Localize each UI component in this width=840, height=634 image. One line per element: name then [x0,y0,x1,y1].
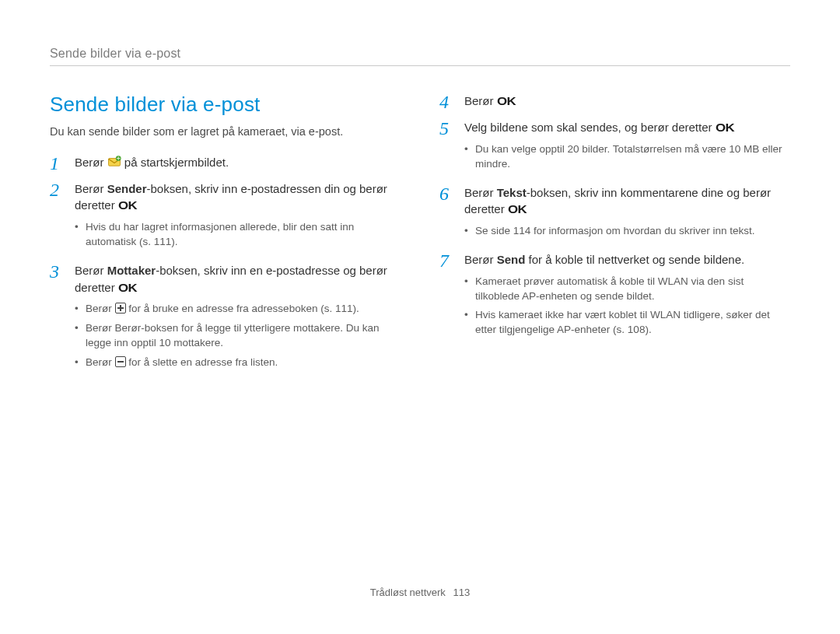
two-column-body: Sende bilder via e-post Du kan sende bil… [50,93,790,383]
text-fragment: Berør [75,182,107,195]
step-number: 2 [50,180,67,254]
footer-section-label: Trådløst nettverk [370,587,446,598]
step-text: Berør Tekst-boksen, skriv inn kommentare… [464,184,790,219]
step-text: Berør Mottaker-boksen, skriv inn en e-po… [75,262,401,296]
list-item: Kameraet prøver automatisk å koble til W… [464,275,790,304]
text-fragment: Berør [75,156,107,169]
ok-icon: OK [118,198,137,214]
minus-boxed-icon [115,356,126,367]
list-item: Hvis kameraet ikke har vært koblet til W… [464,308,790,338]
text-fragment: Berør [86,356,115,368]
step-text: Berør Sender-boksen, skriv inn e-postadr… [75,180,401,215]
running-header: Sende bilder via e-post [50,47,790,66]
step-number: 6 [439,184,457,243]
section-intro: Du kan sende bilder som er lagret på kam… [50,124,401,140]
email-app-icon [107,155,121,169]
step-text: Velg bildene som skal sendes, og berør d… [464,119,790,136]
text-fragment: Berør [464,253,497,266]
text-fragment: for å bruke en adresse fra adresseboken … [126,303,359,314]
list-item: Se side 114 for informasjon om hvordan d… [464,224,790,239]
right-column: 4 Berør OK. 5 Velg bildene som skal send… [439,93,790,383]
step-7: 7 Berør Send for å koble til nettverket … [439,251,790,342]
section-title: Sende bilder via e-post [50,93,401,117]
step-number: 4 [439,93,457,111]
text-fragment: for å slette en adresse fra listen. [126,356,278,368]
text-fragment: på startskjermbildet. [124,156,229,169]
step-1: 1 Berør på startskjermbildet. [50,154,401,173]
step-2: 2 Berør Sender-boksen, skriv inn e-posta… [50,180,401,254]
step-number: 3 [50,262,67,375]
step-4: 4 Berør OK. [439,93,790,111]
step-text: Berør på startskjermbildet. [75,154,401,171]
bold-fragment: Send [497,253,526,266]
bold-fragment: Tekst [497,186,527,199]
step-notes: Hvis du har lagret informasjonen allered… [75,220,401,250]
text-fragment: Berør [75,264,107,277]
text-fragment: Berør [464,94,497,107]
text-fragment: Berør [86,303,115,314]
page-footer: Trådløst nettverk 113 [0,587,840,598]
page-number: 113 [453,587,470,598]
manual-page: Sende bilder via e-post Sende bilder via… [0,0,840,634]
text-fragment: Berør [86,322,115,334]
text-fragment: Berør [464,186,497,199]
step-notes: Se side 114 for informasjon om hvordan d… [464,224,790,239]
text-fragment: Velg bildene som skal sendes, og berør d… [464,121,716,134]
list-item: Du kan velge opptil 20 bilder. Totalstør… [464,142,790,172]
list-item: Berør Berør-boksen for å legge til ytter… [75,321,401,351]
left-column: Sende bilder via e-post Du kan sende bil… [50,93,401,383]
step-text: Berør Send for å koble til nettverket og… [464,251,790,268]
bold-fragment: Berør [115,322,142,334]
step-notes: Du kan velge opptil 20 bilder. Totalstør… [464,142,790,172]
step-number: 7 [439,251,457,342]
step-text: Berør OK. [464,93,790,110]
step-notes: Berør for å bruke en adresse fra adresse… [75,302,401,370]
ok-icon: OK [508,201,527,218]
list-item: Berør for å bruke en adresse fra adresse… [75,302,401,317]
ok-icon: OK [118,280,137,296]
step-3: 3 Berør Mottaker-boksen, skriv inn en e-… [50,262,401,375]
step-number: 1 [50,154,67,173]
ok-icon: OK [497,93,516,110]
step-6: 6 Berør Tekst-boksen, skriv inn kommenta… [439,184,790,243]
ok-icon: OK [716,120,734,136]
bold-fragment: Mottaker [107,264,156,277]
list-item: Hvis du har lagret informasjonen allered… [75,220,401,250]
step-5: 5 Velg bildene som skal sendes, og berør… [439,119,790,177]
step-number: 5 [439,119,457,177]
plus-boxed-icon [115,303,126,313]
bold-fragment: Sender [107,182,147,195]
text-fragment: for å koble til nettverket og sende bild… [525,253,744,266]
step-notes: Kameraet prøver automatisk å koble til W… [464,275,790,338]
list-item: Berør for å slette en adresse fra listen… [75,356,401,370]
